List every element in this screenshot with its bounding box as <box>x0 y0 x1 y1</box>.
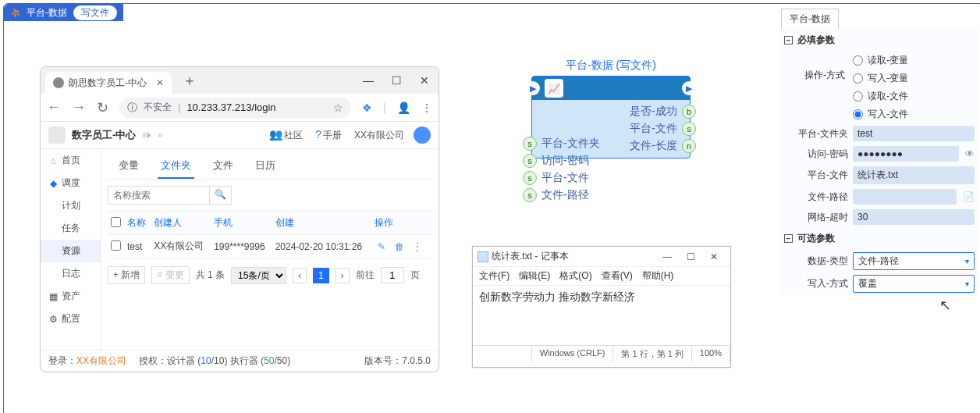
col-name[interactable]: 名称 <box>124 212 151 235</box>
writemode-select[interactable]: 覆盖▾ <box>853 275 975 293</box>
flow-node[interactable]: 平台-数据 (写文件) ▶ 📈 ▶ 是否-成功b 平台-文件s 文件-长度n s… <box>531 59 691 158</box>
tab-calendar[interactable]: 日历 <box>252 155 279 179</box>
np-maximize-icon[interactable]: ☐ <box>679 251 702 262</box>
inspector-tab[interactable]: 平台-数据 <box>781 9 839 29</box>
tab-file[interactable]: 文件 <box>210 155 236 179</box>
version-number: 7.0.5.0 <box>402 355 431 366</box>
window-close-icon[interactable]: ✕ <box>410 74 439 87</box>
sidebar-item-asset[interactable]: ▦资产 <box>41 285 101 308</box>
sidebar-item-home[interactable]: ⌂首页 <box>41 149 101 172</box>
folder-field[interactable]: test <box>853 126 975 141</box>
menu-file[interactable]: 文件(F) <box>479 269 510 283</box>
chart-icon: 📈 <box>545 79 563 98</box>
next-page-icon[interactable]: › <box>336 268 350 283</box>
search-icon[interactable]: 🔍 <box>209 186 232 205</box>
np-close-icon[interactable]: ✕ <box>702 251 726 262</box>
browser-tab[interactable]: 朗思数字员工-中心 ✕ <box>45 72 172 94</box>
page-1-button[interactable]: 1 <box>313 268 329 283</box>
port-dot[interactable]: s <box>523 137 537 151</box>
radio-read-var[interactable]: 读取-变量 <box>853 52 908 69</box>
col-created[interactable]: 创建 <box>272 212 372 235</box>
notepad-icon <box>478 251 488 262</box>
expand-icon[interactable]: » <box>158 130 163 141</box>
extension-icon[interactable]: ❖ <box>362 101 372 114</box>
menu-help[interactable]: 帮助(H) <box>642 269 674 283</box>
np-minimize-icon[interactable]: — <box>655 251 679 262</box>
avatar-icon[interactable] <box>414 126 431 144</box>
menu-view[interactable]: 查看(V) <box>602 269 633 283</box>
goto-input[interactable] <box>381 267 404 283</box>
col-phone[interactable]: 手机 <box>211 212 272 235</box>
sidebar-item-schedule[interactable]: ◆调度 <box>41 172 101 194</box>
output-connector-icon[interactable]: ▶ <box>682 81 696 95</box>
search-input[interactable] <box>108 186 209 205</box>
window-maximize-icon[interactable]: ☐ <box>382 74 410 87</box>
sidebar-item-log[interactable]: 日志 <box>41 262 101 285</box>
port-dot[interactable]: b <box>682 105 696 119</box>
row-checkbox[interactable] <box>111 240 121 251</box>
tab-folder[interactable]: 文件夹 <box>158 155 194 179</box>
port-dot[interactable]: s <box>523 154 537 168</box>
port-dot[interactable]: s <box>682 122 696 136</box>
file-field[interactable]: 统计表.txt <box>853 166 975 184</box>
nav-back-icon[interactable]: ← <box>47 99 61 116</box>
change-button[interactable]: ≡ 变更 <box>151 266 189 284</box>
url-field[interactable]: ⓘ 不安全 | 10.233.37.213/login ☆ <box>119 98 351 118</box>
sidebar-item-config[interactable]: ⚙配置 <box>41 308 101 330</box>
password-field[interactable]: ●●●●●●●● <box>853 146 959 162</box>
window-minimize-icon[interactable]: — <box>354 74 382 87</box>
menu-edit[interactable]: 编辑(E) <box>519 269 550 283</box>
tab-variable[interactable]: 变量 <box>115 155 142 179</box>
node-header[interactable]: ▶ 📈 ▶ <box>532 77 690 100</box>
sidebar-item-task[interactable]: 任务 <box>41 217 101 240</box>
radio-write-file[interactable]: 写入-文件 <box>853 105 908 123</box>
menu-format[interactable]: 格式(O) <box>559 269 591 283</box>
radio-read-file[interactable]: 读取-文件 <box>853 87 908 105</box>
star-icon[interactable]: ☆ <box>333 101 343 114</box>
sidebar-item-resource[interactable]: 资源 <box>41 240 101 262</box>
datatype-select[interactable]: 文件-路径▾ <box>853 252 975 270</box>
timeout-field[interactable]: 30 <box>853 209 975 225</box>
prev-page-icon[interactable]: ‹ <box>293 268 307 283</box>
collapse-icon[interactable]: − <box>784 234 793 243</box>
required-section[interactable]: − 必填参数 <box>781 29 978 52</box>
select-all-checkbox[interactable] <box>111 217 121 227</box>
browser-titlebar: 朗思数字员工-中心 ✕ ＋ — ☐ ✕ <box>41 67 439 94</box>
more-icon[interactable]: ⋮ <box>413 241 422 252</box>
tab-close-icon[interactable]: ✕ <box>156 77 164 88</box>
notepad-titlebar[interactable]: 统计表.txt - 记事本 — ☐ ✕ <box>473 247 730 267</box>
perpage-select[interactable]: 15条/页 <box>231 267 286 284</box>
document-icon[interactable]: 📄 <box>963 191 975 202</box>
kebab-menu-icon[interactable]: ⋮ <box>421 101 432 114</box>
app-sidebar: ⌂首页 ◆调度 计划 任务 资源 日志 ▦资产 ⚙配置 <box>41 149 101 351</box>
delete-icon[interactable]: 🗑 <box>395 241 404 252</box>
cube-icon: ◆ <box>48 178 58 189</box>
path-field[interactable] <box>853 189 957 205</box>
port-dot[interactable]: s <box>523 188 537 202</box>
optional-section[interactable]: − 可选参数 <box>781 227 978 250</box>
canvas-title-bar: ⛹ 平台-数据 写文件 <box>4 4 123 21</box>
input-connector-icon[interactable]: ▶ <box>526 81 540 95</box>
sidebar-item-plan[interactable]: 计划 <box>41 194 101 217</box>
nav-forward-icon[interactable]: → <box>72 99 86 116</box>
add-button[interactable]: + 新增 <box>108 266 145 284</box>
eye-icon[interactable]: 👁 <box>965 148 975 159</box>
nav-reload-icon[interactable]: ↻ <box>97 99 108 116</box>
port-dot[interactable]: s <box>523 171 537 185</box>
node-title: 平台-数据 (写文件) <box>531 59 691 73</box>
np-position: 第 1 行，第 1 列 <box>613 346 691 362</box>
profile-icon[interactable]: 👤 <box>397 101 410 114</box>
table-row[interactable]: test XX有限公司 199****9996 2024-02-20 10:31… <box>108 235 432 258</box>
mouse-cursor-icon: ↖ <box>939 297 951 314</box>
home-icon: ⌂ <box>48 155 58 166</box>
radio-write-var[interactable]: 写入-变量 <box>853 69 908 87</box>
edit-icon[interactable]: ✎ <box>378 241 385 252</box>
port-dot[interactable]: n <box>682 139 696 153</box>
sound-icon[interactable]: 🕪 <box>142 130 151 141</box>
community-link[interactable]: 👥社区 <box>269 128 303 142</box>
new-tab-button[interactable]: ＋ <box>183 71 197 90</box>
notepad-content[interactable]: 创新数字劳动力 推动数字新经济 <box>473 286 730 345</box>
manual-link[interactable]: ?手册 <box>315 128 342 142</box>
collapse-icon[interactable]: − <box>784 36 793 45</box>
col-creator[interactable]: 创建人 <box>151 212 211 235</box>
